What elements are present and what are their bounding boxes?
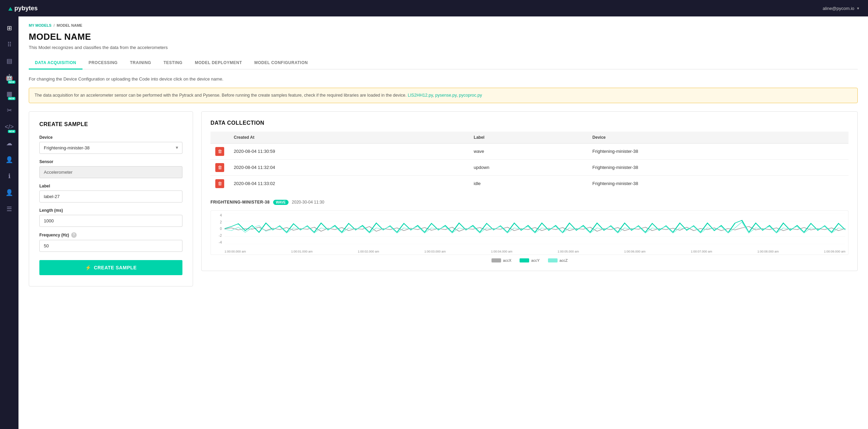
chart-wave-badge: WAVE [273, 200, 289, 205]
link-pysense[interactable]: pysense.py [435, 93, 457, 98]
x-label-2: 1:00:02.000 am [358, 250, 379, 253]
table-cell-label: updown [469, 159, 588, 175]
y-label-2: 2 [220, 220, 222, 224]
legend-label-accy: accY [531, 258, 539, 262]
content-columns: CREATE SAMPLE Device Frightening-ministe… [29, 111, 858, 286]
user-icon: 👤 [5, 156, 13, 163]
tab-testing[interactable]: TESTING [157, 57, 189, 70]
sidebar: ⊞ ⠿ ▤ 🤖 NEW ▦ NEW ✂ </> NEW ☁ 👤 ℹ 👤 ☰ [0, 16, 18, 429]
user-menu[interactable]: aline@pycom.io ▼ [822, 6, 860, 11]
sidebar-item-info[interactable]: ℹ [2, 169, 17, 184]
create-sample-button-icon: ⚡ [85, 265, 91, 270]
sensor-label: Sensor [39, 159, 182, 164]
breadcrumb-parent[interactable]: MY MODELS [29, 23, 51, 27]
legend-color-accz [548, 258, 558, 262]
app-name: pybytes [14, 5, 38, 12]
legend-accy: accY [520, 258, 539, 262]
device-select[interactable]: Frightening-minister-38 [39, 142, 182, 154]
main-content: MY MODELS / MODEL NAME MODEL NAME This M… [18, 16, 868, 429]
x-label-1: 1:00:01.000 am [291, 250, 313, 253]
app-logo: ⟁ pybytes [8, 4, 38, 12]
sidebar-item-monitor[interactable]: ▤ [2, 53, 17, 69]
warning-text: The data acquisition for an acceleromete… [35, 93, 408, 98]
table-cell-device: Frightening-minister-38 [588, 143, 848, 159]
chart-header: FRIGHTENING-MINISTER-38 WAVE 2020-30-04 … [210, 200, 848, 205]
table-cell-delete: 🗑 [210, 143, 229, 159]
cloud-icon: ☁ [6, 139, 12, 147]
y-label-0: 0 [220, 227, 222, 231]
legend-color-accy [520, 258, 529, 262]
create-sample-button[interactable]: ⚡ CREATE SAMPLE [39, 260, 182, 275]
sidebar-item-grid[interactable]: ⊞ [2, 21, 17, 36]
length-input[interactable] [39, 215, 182, 227]
link-pycoproc[interactable]: pycoproc.py [459, 93, 482, 98]
tab-data-acquisition[interactable]: DATA ACQUISITION [29, 57, 82, 70]
new-badge-code: NEW [8, 130, 15, 133]
frequency-field-group: Frequency (Hz) ? [39, 232, 182, 252]
sidebar-item-models[interactable]: ▦ NEW [2, 86, 17, 101]
chart-device-name: FRIGHTENING-MINISTER-38 [210, 200, 270, 205]
sidebar-item-code[interactable]: </> NEW [2, 119, 17, 134]
trash-icon: 🗑 [218, 181, 222, 186]
table-header-row: Created At Label Device [210, 132, 848, 144]
sidebar-item-nodes[interactable]: ⠿ [2, 37, 17, 52]
page-description: This Model recognizes and classifies the… [29, 45, 858, 50]
breadcrumb-separator: / [53, 23, 54, 27]
legend-color-accx [492, 258, 501, 262]
chart-svg [225, 213, 845, 244]
robot-icon: 🤖 [5, 74, 13, 81]
create-sample-panel: CREATE SAMPLE Device Frightening-ministe… [29, 111, 193, 286]
sidebar-item-robot[interactable]: 🤖 NEW [2, 70, 17, 85]
tab-training[interactable]: TRAINING [124, 57, 157, 70]
table-cell-label: wave [469, 143, 588, 159]
sensor-input [39, 166, 182, 178]
tab-model-configuration[interactable]: MODEL CONFIGURATION [248, 57, 314, 70]
length-label: Length (ms) [39, 208, 182, 213]
table-cell-device: Frightening-minister-38 [588, 175, 848, 192]
create-sample-button-label: CREATE SAMPLE [94, 265, 137, 270]
table-cell-delete: 🗑 [210, 175, 229, 192]
label-label: Label [39, 184, 182, 188]
delete-row-button[interactable]: 🗑 [215, 147, 224, 156]
delete-row-button[interactable]: 🗑 [215, 163, 224, 172]
frequency-input[interactable] [39, 240, 182, 252]
delete-row-button[interactable]: 🗑 [215, 179, 224, 188]
table-header-label: Label [469, 132, 588, 144]
link-lis2hh12[interactable]: LIS2HH12.py [408, 93, 433, 98]
monitor-icon: ▤ [7, 57, 12, 65]
device-select-wrapper: Frightening-minister-38 ▼ [39, 142, 182, 154]
trash-icon: 🗑 [218, 149, 222, 154]
x-label-7: 1:00:07.000 am [691, 250, 712, 253]
help-icon[interactable]: ? [71, 232, 77, 238]
chevron-down-icon: ▼ [856, 7, 860, 10]
table-header-action [210, 132, 229, 144]
x-label-4: 1:00:04.000 am [491, 250, 512, 253]
tab-processing[interactable]: PROCESSING [82, 57, 124, 70]
new-badge-models: NEW [8, 97, 15, 100]
table-row: 🗑 2020-08-04 11:32:04 updown Frightening… [210, 159, 848, 175]
info-icon: ℹ [8, 172, 11, 180]
nodes-icon: ⠿ [7, 41, 12, 48]
x-label-3: 1:00:03.000 am [424, 250, 446, 253]
chart-container: 4 2 0 -2 -4 [210, 210, 848, 255]
label-input[interactable] [39, 191, 182, 203]
sidebar-item-profile[interactable]: 👤 [2, 185, 17, 200]
data-collection-panel: DATA COLLECTION Created At Label Device [201, 111, 858, 271]
sensor-field-group: Sensor [39, 159, 182, 178]
sidebar-item-cloud[interactable]: ☁ [2, 136, 17, 151]
device-label: Device [39, 135, 182, 140]
frequency-label-row: Frequency (Hz) ? [39, 232, 182, 238]
sidebar-item-tools[interactable]: ✂ [2, 103, 17, 118]
sidebar-item-list[interactable]: ☰ [2, 201, 17, 217]
x-label-9: 1:00:09.000 am [824, 250, 845, 253]
sidebar-item-user[interactable]: 👤 [2, 152, 17, 167]
breadcrumb-current: MODEL NAME [56, 23, 82, 27]
breadcrumb: MY MODELS / MODEL NAME [29, 23, 858, 27]
user-email: aline@pycom.io [822, 6, 854, 11]
x-label-8: 1:00:08.000 am [757, 250, 779, 253]
tab-model-deployment[interactable]: MODEL DEPLOYMENT [189, 57, 248, 70]
new-badge: NEW [8, 81, 15, 84]
x-label-5: 1:00:05.000 am [558, 250, 579, 253]
table-cell-device: Frightening-minister-38 [588, 159, 848, 175]
table-cell-delete: 🗑 [210, 159, 229, 175]
